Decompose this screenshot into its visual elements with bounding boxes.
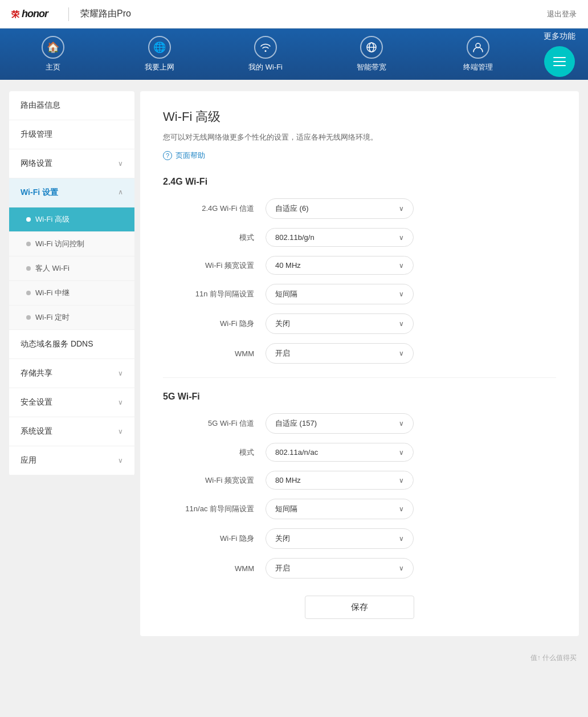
label-2g-mode: 模式 xyxy=(163,233,266,243)
chevron-down-icon: ∨ xyxy=(399,349,404,357)
sidebar: 路由器信息 升级管理 网络设置 ∨ Wi-Fi 设置 ∨ Wi-Fi 高级 Wi… xyxy=(9,91,134,475)
sidebar-item-wifi-timer[interactable]: Wi-Fi 定时 xyxy=(9,305,134,330)
label-2g-wmm: WMM xyxy=(163,349,266,358)
sidebar-item-wifi-access-control[interactable]: Wi-Fi 访问控制 xyxy=(9,232,134,256)
dot-icon xyxy=(26,291,31,295)
security-chevron-icon: ∨ xyxy=(118,398,123,406)
form-row-2g-channel: 2.4G Wi-Fi 信道 自适应 (6) ∨ xyxy=(163,198,556,219)
select-2g-bandwidth[interactable]: 40 MHz ∨ xyxy=(266,256,414,275)
label-5g-wmm: WMM xyxy=(163,564,266,573)
sidebar-item-router-info[interactable]: 路由器信息 xyxy=(9,91,134,120)
section-5g-title: 5G Wi-Fi xyxy=(163,392,556,402)
label-2g-bandwidth: Wi-Fi 频宽设置 xyxy=(163,260,266,271)
sidebar-item-network[interactable]: 网络设置 ∨ xyxy=(9,149,134,178)
chevron-down-icon: ∨ xyxy=(399,449,404,457)
form-row-2g-hidden: Wi-Fi 隐身 关闭 ∨ xyxy=(163,313,556,334)
watermark: 值↑ 什么值得买 xyxy=(0,647,588,669)
chevron-down-icon: ∨ xyxy=(399,262,404,270)
label-2g-channel: 2.4G Wi-Fi 信道 xyxy=(163,203,266,214)
label-2g-hidden: Wi-Fi 隐身 xyxy=(163,319,266,329)
chevron-down-icon: ∨ xyxy=(399,564,404,572)
form-row-5g-bandwidth: Wi-Fi 频宽设置 80 MHz ∨ xyxy=(163,471,556,490)
sidebar-item-system[interactable]: 系统设置 ∨ xyxy=(9,417,134,446)
chevron-down-icon: ∨ xyxy=(399,476,404,484)
nav-terminal[interactable]: 终端管理 xyxy=(425,28,531,80)
logo-icon: 荣 honor xyxy=(11,5,57,24)
sidebar-item-wifi-relay[interactable]: Wi-Fi 中继 xyxy=(9,281,134,305)
logo-divider xyxy=(68,7,69,21)
sidebar-item-upgrade[interactable]: 升级管理 xyxy=(9,120,134,149)
nav-wifi[interactable]: 我的 Wi-Fi xyxy=(213,28,318,80)
sidebar-item-storage[interactable]: 存储共享 ∨ xyxy=(9,359,134,388)
home-icon: 🏠 xyxy=(42,36,64,59)
nav-wifi-label: 我的 Wi-Fi xyxy=(248,62,283,72)
more-menu-button[interactable] xyxy=(544,46,575,77)
nav-bandwidth-label: 智能带宽 xyxy=(357,62,386,72)
storage-chevron-icon: ∨ xyxy=(118,369,123,377)
nav-more-label: 更多功能 xyxy=(544,31,575,42)
sidebar-item-guest-wifi[interactable]: 客人 Wi-Fi xyxy=(9,256,134,281)
chevron-down-icon: ∨ xyxy=(399,234,404,242)
chevron-down-icon: ∨ xyxy=(399,290,404,298)
form-row-2g-mode: 模式 802.11b/g/n ∨ xyxy=(163,228,556,247)
chevron-down-icon: ∨ xyxy=(399,505,404,513)
content-area: Wi-Fi 高级 您可以对无线网络做更多个性化的设置，适应各种无线网络环境。 ?… xyxy=(140,91,579,636)
form-row-5g-hidden: Wi-Fi 隐身 关闭 ∨ xyxy=(163,528,556,549)
select-2g-hidden[interactable]: 关闭 ∨ xyxy=(266,313,414,334)
terminal-icon xyxy=(467,36,489,59)
dot-icon xyxy=(26,266,31,271)
nav-more[interactable]: 更多功能 xyxy=(531,28,588,80)
dot-icon xyxy=(26,217,31,222)
select-2g-guard-interval[interactable]: 短间隔 ∨ xyxy=(266,284,414,304)
svg-text:荣: 荣 xyxy=(11,10,20,19)
label-5g-channel: 5G Wi-Fi 信道 xyxy=(163,418,266,429)
save-button-area: 保存 xyxy=(163,596,556,619)
section-divider xyxy=(163,377,556,378)
chevron-down-icon: ∨ xyxy=(399,205,404,213)
chevron-down-icon: ∨ xyxy=(399,535,404,543)
select-2g-wmm[interactable]: 开启 ∨ xyxy=(266,343,414,364)
form-row-5g-mode: 模式 802.11a/n/ac ∨ xyxy=(163,443,556,462)
form-row-5g-guard-interval: 11n/ac 前导间隔设置 短间隔 ∨ xyxy=(163,499,556,519)
svg-text:honor: honor xyxy=(22,8,49,19)
sidebar-item-apps[interactable]: 应用 ∨ xyxy=(9,446,134,475)
select-2g-mode[interactable]: 802.11b/g/n ∨ xyxy=(266,228,414,247)
select-5g-guard-interval[interactable]: 短间隔 ∨ xyxy=(266,499,414,519)
main-nav: 🏠 主页 🌐 我要上网 我的 Wi-Fi 智能带宽 xyxy=(0,28,588,80)
sidebar-item-security[interactable]: 安全设置 ∨ xyxy=(9,388,134,417)
wifi-chevron-icon: ∨ xyxy=(118,189,123,197)
save-button[interactable]: 保存 xyxy=(305,596,414,619)
select-5g-mode[interactable]: 802.11a/n/ac ∨ xyxy=(266,443,414,462)
sidebar-item-wifi-advanced[interactable]: Wi-Fi 高级 xyxy=(9,207,134,232)
form-row-2g-guard-interval: 11n 前导间隔设置 短间隔 ∨ xyxy=(163,284,556,304)
chevron-down-icon: ∨ xyxy=(399,320,404,328)
product-name: 荣耀路由Pro xyxy=(80,8,131,20)
select-5g-wmm[interactable]: 开启 ∨ xyxy=(266,558,414,579)
select-5g-hidden[interactable]: 关闭 ∨ xyxy=(266,528,414,549)
label-5g-bandwidth: Wi-Fi 频宽设置 xyxy=(163,475,266,486)
nav-terminal-label: 终端管理 xyxy=(463,62,493,72)
nav-bandwidth[interactable]: 智能带宽 xyxy=(318,28,424,80)
logout-button[interactable]: 退出登录 xyxy=(547,9,577,19)
nav-home[interactable]: 🏠 主页 xyxy=(0,28,106,80)
form-row-2g-wmm: WMM 开启 ∨ xyxy=(163,343,556,364)
system-chevron-icon: ∨ xyxy=(118,427,123,435)
form-row-2g-bandwidth: Wi-Fi 频宽设置 40 MHz ∨ xyxy=(163,256,556,275)
select-5g-bandwidth[interactable]: 80 MHz ∨ xyxy=(266,471,414,490)
section-2g-title: 2.4G Wi-Fi xyxy=(163,177,556,187)
select-5g-channel[interactable]: 自适应 (157) ∨ xyxy=(266,413,414,434)
dot-icon xyxy=(26,242,31,246)
dot-icon xyxy=(26,315,31,320)
wifi-submenu: Wi-Fi 高级 Wi-Fi 访问控制 客人 Wi-Fi Wi-Fi 中继 Wi… xyxy=(9,207,134,330)
help-icon: ? xyxy=(163,151,172,160)
nav-internet[interactable]: 🌐 我要上网 xyxy=(106,28,212,80)
select-2g-channel[interactable]: 自适应 (6) ∨ xyxy=(266,198,414,219)
wifi-icon xyxy=(254,36,277,59)
apps-chevron-icon: ∨ xyxy=(118,457,123,465)
main-layout: 路由器信息 升级管理 网络设置 ∨ Wi-Fi 设置 ∨ Wi-Fi 高级 Wi… xyxy=(9,91,579,636)
page-help-link[interactable]: ? 页面帮助 xyxy=(163,150,556,161)
label-5g-hidden: Wi-Fi 隐身 xyxy=(163,533,266,544)
sidebar-item-ddns[interactable]: 动态域名服务 DDNS xyxy=(9,330,134,359)
logo-area: 荣 honor 荣耀路由Pro xyxy=(11,5,131,24)
sidebar-item-wifi-settings[interactable]: Wi-Fi 设置 ∨ xyxy=(9,178,134,207)
